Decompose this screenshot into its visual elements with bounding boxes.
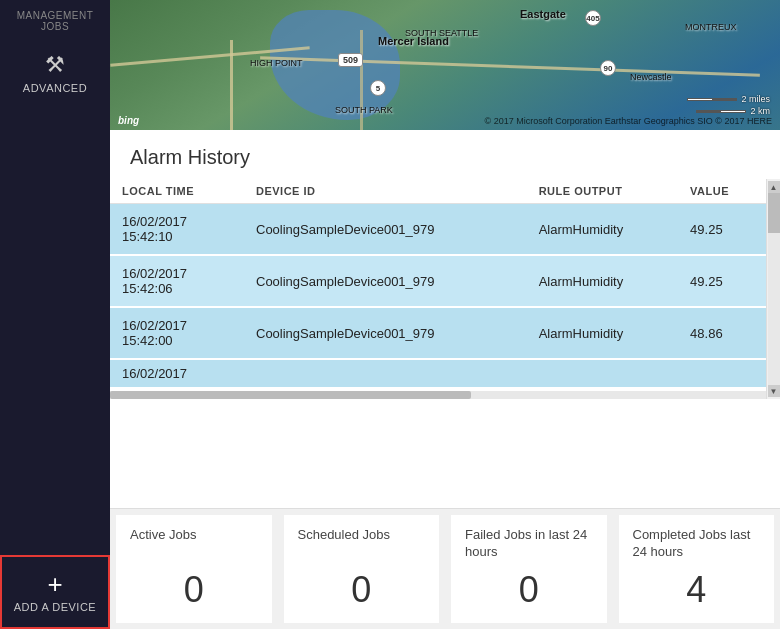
main-content: 509 5 90 405 Mercer Island Eastgate SOUT…	[110, 0, 780, 629]
horizontal-scrollbar[interactable]	[110, 391, 766, 399]
cell-value: 49.25	[678, 255, 766, 307]
vertical-scrollbar[interactable]: ▲ ▼	[766, 179, 780, 399]
stat-card-failed-jobs: Failed Jobs in last 24 hours 0	[451, 515, 607, 623]
stat-label-active-jobs: Active Jobs	[130, 527, 258, 544]
cell-rule-output: AlarmHumidity	[527, 255, 678, 307]
map-scale-1: 2 miles	[687, 94, 770, 104]
map-scale-label-1: 2 miles	[741, 94, 770, 104]
bing-logo: bing	[118, 115, 139, 126]
stat-label-failed-jobs: Failed Jobs in last 24 hours	[465, 527, 593, 561]
add-device-button[interactable]: + ADD A DEVICE	[0, 555, 110, 629]
sidebar-bottom: + ADD A DEVICE	[0, 555, 110, 629]
col-device-id: DEVICE ID	[244, 179, 527, 204]
table-row: 16/02/2017 15:42:00 CoolingSampleDevice0…	[110, 307, 766, 359]
stat-value-completed-jobs: 4	[633, 569, 761, 611]
cell-value: 49.25	[678, 204, 766, 256]
col-value: VALUE	[678, 179, 766, 204]
map-label-montreux: MONTREUX	[685, 22, 737, 32]
cell-rule-output: AlarmHumidity	[527, 307, 678, 359]
cell-rule-output: AlarmHumidity	[527, 204, 678, 256]
cell-local-time: 16/02/2017 15:42:00	[110, 307, 244, 359]
stat-value-scheduled-jobs: 0	[298, 569, 426, 611]
cell-local-time: 16/02/2017 15:42:10	[110, 204, 244, 256]
sidebar: MANAGEMENT JOBS ⚒ ADVANCED + ADD A DEVIC…	[0, 0, 110, 629]
cell-value-empty	[678, 359, 766, 388]
map-label-south-park: SOUTH PARK	[335, 105, 393, 115]
map-label-eastgate: Eastgate	[520, 8, 566, 20]
alarm-table-header: LOCAL TIME DEVICE ID RULE OUTPUT VALUE	[110, 179, 766, 204]
table-row-truncated: 16/02/2017	[110, 359, 766, 388]
alarm-history-title: Alarm History	[110, 130, 780, 179]
sidebar-item-advanced[interactable]: ⚒ ADVANCED	[0, 40, 110, 106]
add-device-label: ADD A DEVICE	[14, 601, 96, 613]
stat-value-failed-jobs: 0	[465, 569, 593, 611]
map-copyright: © 2017 Microsoft Corporation Earthstar G…	[485, 116, 772, 126]
col-local-time: LOCAL TIME	[110, 179, 244, 204]
stats-row: Active Jobs 0 Scheduled Jobs 0 Failed Jo…	[110, 508, 780, 629]
cell-local-time: 16/02/2017 15:42:06	[110, 255, 244, 307]
alarm-table-wrapper: LOCAL TIME DEVICE ID RULE OUTPUT VALUE 1…	[110, 179, 780, 399]
alarm-table-body: 16/02/2017 15:42:10 CoolingSampleDevice0…	[110, 204, 766, 389]
scroll-up-button[interactable]: ▲	[768, 181, 780, 193]
alarm-table-container: LOCAL TIME DEVICE ID RULE OUTPUT VALUE 1…	[110, 179, 766, 399]
map-label-high-point: HIGH POINT	[250, 58, 303, 68]
map-scale-label-2: 2 km	[750, 106, 770, 116]
scroll-thumb[interactable]	[768, 193, 780, 233]
cell-device-id: CoolingSampleDevice001_979	[244, 307, 527, 359]
map-scale-2: 2 km	[696, 106, 770, 116]
stat-value-active-jobs: 0	[130, 569, 258, 611]
stat-label-scheduled-jobs: Scheduled Jobs	[298, 527, 426, 544]
map-background: 509 5 90 405 Mercer Island Eastgate SOUT…	[110, 0, 780, 130]
cell-local-time-truncated: 16/02/2017	[110, 359, 244, 388]
scroll-down-button[interactable]: ▼	[768, 385, 780, 397]
map-section: 509 5 90 405 Mercer Island Eastgate SOUT…	[110, 0, 780, 130]
scroll-track[interactable]	[768, 193, 780, 385]
table-row: 16/02/2017 15:42:10 CoolingSampleDevice0…	[110, 204, 766, 256]
map-label-newcastle: Newcastle	[630, 72, 672, 82]
table-row: 16/02/2017 15:42:06 CoolingSampleDevice0…	[110, 255, 766, 307]
stat-card-active-jobs: Active Jobs 0	[116, 515, 272, 623]
cell-device-id-empty	[244, 359, 527, 388]
advanced-label: ADVANCED	[23, 82, 87, 94]
h-scroll-thumb[interactable]	[110, 391, 471, 399]
alarm-table: LOCAL TIME DEVICE ID RULE OUTPUT VALUE 1…	[110, 179, 766, 389]
plus-icon: +	[47, 571, 62, 597]
stat-label-completed-jobs: Completed Jobs last 24 hours	[633, 527, 761, 561]
cell-device-id: CoolingSampleDevice001_979	[244, 204, 527, 256]
cell-value: 48.86	[678, 307, 766, 359]
stat-card-completed-jobs: Completed Jobs last 24 hours 4	[619, 515, 775, 623]
alarm-history-section: Alarm History LOCAL TIME DEVICE ID RULE …	[110, 130, 780, 508]
col-rule-output: RULE OUTPUT	[527, 179, 678, 204]
stat-card-scheduled-jobs: Scheduled Jobs 0	[284, 515, 440, 623]
cell-device-id: CoolingSampleDevice001_979	[244, 255, 527, 307]
cell-rule-empty	[527, 359, 678, 388]
wrench-icon: ⚒	[45, 52, 65, 78]
sidebar-top-label: MANAGEMENT JOBS	[0, 10, 110, 32]
map-label-south-seattle: SOUTH SEATTLE	[405, 28, 478, 38]
